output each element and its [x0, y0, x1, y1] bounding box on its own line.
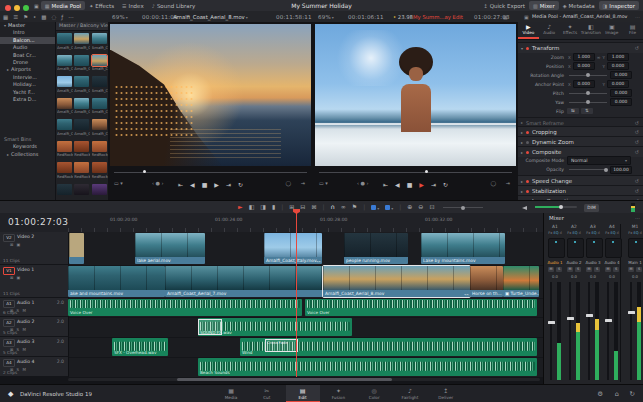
yaw-value[interactable]: 0.000	[610, 98, 632, 106]
pan-pad[interactable]	[548, 238, 565, 258]
zoom-custom-icon[interactable]: ⊡	[429, 203, 434, 211]
fader-handle[interactable]	[605, 319, 612, 322]
timeline-horizontal-scrollbar[interactable]	[68, 378, 540, 381]
crossfade-box[interactable]: Cross Fade	[265, 339, 298, 352]
step-back-button[interactable]: ◀	[395, 180, 400, 190]
jog-control[interactable]: ‹ ● ›	[152, 180, 164, 186]
inspector-tab-transition[interactable]: ◧Transition	[580, 22, 601, 39]
clip-thumbnail[interactable]	[92, 76, 107, 87]
razor-icon[interactable]: ▮	[272, 203, 275, 211]
clip-thumbnail[interactable]	[92, 141, 107, 152]
dim-button[interactable]: DIM	[584, 204, 599, 212]
strip-fx-buttons[interactable]: Fx EQ ıl	[546, 231, 564, 235]
bin-item[interactable]: Balcon...	[0, 37, 55, 44]
match-frame-icon[interactable]: ◯	[490, 180, 496, 186]
anchor-x-value[interactable]: 0.000	[573, 80, 595, 88]
source-options-icon[interactable]: ⋯	[303, 14, 308, 20]
bin-item[interactable]: ▸Airports	[0, 66, 55, 73]
settings-icon[interactable]: ⚙	[597, 390, 603, 398]
timeline-ruler[interactable]: 01:00:20:0001:00:24:0001:00:28:0001:00:3…	[68, 213, 543, 232]
zoom-x-value[interactable]: 1.000	[573, 53, 595, 61]
solo-button[interactable]: S	[613, 267, 619, 272]
playhead-line[interactable]	[296, 213, 297, 377]
rotation-value[interactable]: 0.000	[610, 71, 632, 79]
section-enable-toggle[interactable]	[526, 141, 529, 144]
anchor-y-value[interactable]: 0.000	[607, 80, 629, 88]
section-enable-toggle[interactable]	[526, 180, 529, 183]
play-button[interactable]: ▶	[214, 180, 219, 190]
page-tab-media[interactable]: ▦Media	[214, 385, 248, 402]
track-header-v2[interactable]: V2Video 2⊠ ▣11 Clips	[0, 232, 69, 265]
audio-clip[interactable]: SFX - Overhead.wav	[112, 338, 168, 356]
stop-button[interactable]: ■	[202, 180, 208, 190]
strip-fx-buttons[interactable]: Fx EQ ıl	[584, 231, 602, 235]
timeline-scrubber[interactable]	[319, 171, 512, 174]
mute-button[interactable]: M	[628, 267, 634, 272]
match-frame-icon[interactable]: ◯	[285, 180, 291, 186]
flip-vertical-button[interactable]: ⇅	[581, 108, 593, 114]
pitch-value[interactable]: 0.000	[610, 89, 632, 97]
composite-mode-dropdown[interactable]: Normal▾	[567, 156, 631, 165]
quick-export-button[interactable]: ↥Quick Export	[479, 1, 529, 10]
track-header-a4[interactable]: A4Audio 42.0⊠ S M2 Clips	[0, 357, 69, 377]
goto-out-icon[interactable]: ⇥	[301, 180, 305, 186]
audio-clip[interactable]: Beach Sounds	[198, 358, 537, 376]
viewer-mode-dropdown[interactable]: ▭ ▾	[114, 180, 123, 186]
audio-clip[interactable]: Voice Over	[305, 299, 537, 316]
position-y-value[interactable]: 0.000	[607, 62, 629, 70]
inspector-tab-video[interactable]: ▶Video	[518, 22, 539, 39]
flip-horizontal-button[interactable]: ⇆	[567, 108, 579, 114]
video-clip[interactable]: people running.mov	[344, 233, 408, 264]
clip-thumbnail[interactable]	[74, 119, 89, 130]
go-first-button[interactable]: ⇤	[178, 180, 183, 190]
clip-thumbnail[interactable]	[92, 162, 107, 173]
section-enable-toggle[interactable]	[526, 131, 529, 134]
clip-thumbnail[interactable]	[92, 98, 107, 109]
clip-thumbnail[interactable]	[74, 184, 89, 195]
position-x-value[interactable]: 0.000	[573, 62, 595, 70]
stop-button[interactable]: ■	[407, 180, 413, 190]
transform-enable-toggle[interactable]	[526, 47, 529, 50]
page-tab-deliver[interactable]: ↥Deliver	[429, 385, 463, 402]
clip-thumbnail[interactable]	[74, 55, 89, 66]
thumbnail-view-icon[interactable]: ▦	[3, 14, 8, 20]
strip-fx-buttons[interactable]: Fx EQ ıl	[565, 231, 583, 235]
more-icon[interactable]: ⋯	[68, 14, 74, 20]
timeline-zoom-level[interactable]: 69%▾	[318, 14, 334, 20]
track-lane-v1[interactable]: ake and mountains.movAmalfi_Coast_Aerial…	[68, 265, 543, 299]
bin-item[interactable]: Intervie...	[0, 74, 55, 81]
video-clip[interactable]: Amalfi_Coast_Aerial_7.mov	[165, 266, 323, 297]
go-first-button[interactable]: ⇤	[383, 180, 388, 190]
reset-icon[interactable]: ↺	[635, 139, 639, 145]
clip-thumbnail[interactable]	[74, 33, 89, 44]
marker-marker[interactable]: ▾	[371, 203, 379, 211]
selection-tool-icon[interactable]: ►	[238, 203, 243, 211]
effects-button[interactable]: ✦Effects	[85, 1, 118, 10]
clip-thumbnail[interactable]	[57, 98, 72, 109]
timeline-zoom-slider[interactable]	[443, 207, 483, 208]
video-clip[interactable]: ▣ Turtle_Unde...	[503, 266, 539, 297]
clip-thumbnail[interactable]	[57, 184, 72, 195]
reset-icon[interactable]: ↺	[635, 178, 639, 184]
track-lane-a3[interactable]: SFX - Overhead.wavWindCross Fade	[68, 337, 543, 358]
bin-item[interactable]: Holiday...	[0, 81, 55, 88]
inspector-tab-audio[interactable]: ♪Audio	[539, 22, 560, 39]
reset-icon[interactable]: ↺	[635, 129, 639, 135]
inspector-options-icon[interactable]: ⋯	[635, 14, 640, 20]
clip-thumbnail[interactable]	[57, 55, 72, 66]
mixer-strip-a2[interactable]: A2Fx EQ ılAudio 2MS0.0	[565, 224, 583, 384]
track-lane-a4[interactable]: Beach Sounds	[68, 357, 543, 378]
transform-section-header[interactable]: ▾ Transform ↺	[518, 42, 643, 53]
mute-button[interactable]: M	[586, 267, 592, 272]
track-header-a3[interactable]: A3Audio 32.0⊠ S M5 Clips	[0, 337, 69, 357]
video-clip[interactable]: Lake by mountains.mov	[421, 233, 505, 264]
pan-pad[interactable]	[567, 238, 584, 258]
search-icon[interactable]: ◌	[52, 14, 57, 20]
page-tab-color[interactable]: ◎Color	[357, 385, 391, 402]
video-clip[interactable]: Amalfi_Coast_Aerial_8.mov⌁⌁	[323, 266, 470, 297]
bin-item[interactable]: Extra D...	[0, 96, 55, 103]
page-tab-fusion[interactable]: ✦Fusion	[321, 385, 355, 402]
track-lane-a1[interactable]: Voice OverVoice Over	[68, 298, 543, 318]
source-scrubber[interactable]	[114, 171, 307, 174]
solo-button[interactable]: S	[594, 267, 600, 272]
